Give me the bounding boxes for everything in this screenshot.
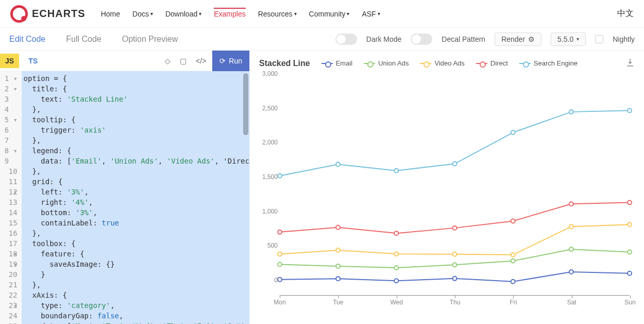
- data-point[interactable]: [453, 252, 457, 256]
- data-point[interactable]: [453, 162, 457, 166]
- data-point[interactable]: [394, 231, 398, 235]
- subtab-full-code[interactable]: Full Code: [66, 35, 101, 44]
- chart-title: Stacked Line: [259, 59, 310, 68]
- chart-plot: 05001,0001,5002,0002,5003,000MonTueWedTh…: [280, 74, 630, 296]
- legend-swatch-icon: [519, 63, 531, 64]
- nav-item-download[interactable]: Download▾: [165, 10, 201, 18]
- data-point[interactable]: [394, 169, 398, 173]
- version-label: 5.5.0: [557, 35, 573, 43]
- version-select[interactable]: 5.5.0 ▾: [551, 33, 586, 46]
- nav-item-resources[interactable]: Resources▾: [258, 10, 297, 18]
- legend-email[interactable]: Email: [321, 59, 353, 67]
- legend-search-engine[interactable]: Search Engine: [519, 59, 578, 67]
- x-tick: Fri: [510, 299, 517, 306]
- data-point[interactable]: [394, 266, 398, 270]
- data-point[interactable]: [394, 279, 398, 283]
- legend-direct[interactable]: Direct: [476, 59, 508, 67]
- data-point[interactable]: [336, 163, 340, 167]
- nav-item-community[interactable]: Community▾: [309, 10, 350, 18]
- legend-video-ads[interactable]: Video Ads: [420, 59, 464, 67]
- data-point[interactable]: [394, 252, 398, 256]
- run-button[interactable]: ⟳ Run: [212, 51, 249, 71]
- data-point[interactable]: [569, 270, 573, 274]
- y-tick: 1,000: [257, 208, 278, 215]
- data-point[interactable]: [453, 226, 457, 230]
- data-point[interactable]: [336, 248, 340, 252]
- decal-label: Decal Pattern: [442, 35, 485, 43]
- x-tick: Thu: [450, 299, 461, 306]
- editor-panel: JS TS ◇ ▢ </> ⟳ Run 1 ▾2 ▾3 4 5 ▾6 7 8 ▾…: [0, 51, 250, 324]
- y-tick: 2,500: [257, 105, 278, 112]
- data-point[interactable]: [278, 278, 282, 282]
- data-point[interactable]: [278, 252, 282, 256]
- nightly-checkbox[interactable]: [595, 35, 603, 43]
- data-point[interactable]: [453, 277, 457, 281]
- tab-ts[interactable]: TS: [23, 54, 43, 68]
- tab-js[interactable]: JS: [0, 54, 19, 68]
- data-point[interactable]: [511, 280, 515, 284]
- data-point[interactable]: [278, 230, 282, 234]
- download-icon[interactable]: [625, 58, 635, 69]
- data-point[interactable]: [453, 263, 457, 267]
- nav-item-home[interactable]: Home: [101, 10, 120, 18]
- top-nav: ECHARTS HomeDocs▾Download▾ExamplesResour…: [0, 0, 644, 28]
- x-tick: Mon: [274, 299, 285, 306]
- editor-scrollbar[interactable]: [243, 73, 248, 135]
- chevron-down-icon: ▾: [150, 11, 153, 17]
- data-point[interactable]: [336, 264, 340, 268]
- chevron-down-icon: ▾: [347, 11, 349, 17]
- data-point[interactable]: [278, 262, 282, 266]
- data-point[interactable]: [336, 225, 340, 230]
- chevron-down-icon: ▾: [378, 11, 380, 17]
- data-point[interactable]: [569, 224, 573, 229]
- data-point[interactable]: [628, 108, 632, 112]
- y-tick: 2,000: [257, 139, 278, 146]
- play-icon: ⟳: [219, 57, 226, 65]
- y-tick: 0: [257, 277, 278, 284]
- x-tick: Sun: [624, 299, 635, 306]
- chevron-down-icon: ▾: [577, 36, 579, 42]
- data-point[interactable]: [278, 174, 282, 178]
- code-editor[interactable]: 1 ▾2 ▾3 4 5 ▾6 7 8 ▾9 10 11 ▾12 13 14 15…: [0, 71, 249, 324]
- data-point[interactable]: [511, 219, 515, 223]
- data-point[interactable]: [628, 250, 632, 254]
- logo-icon: [10, 5, 28, 23]
- logo[interactable]: ECHARTS: [10, 5, 86, 23]
- nav-item-asf[interactable]: ASF▾: [362, 10, 380, 18]
- data-point[interactable]: [511, 131, 515, 135]
- legend-label: Direct: [490, 59, 508, 67]
- language-switch[interactable]: 中文: [617, 8, 634, 19]
- data-point[interactable]: [628, 201, 632, 205]
- editor-subbar: Edit CodeFull CodeOption Preview Dark Mo…: [0, 28, 644, 51]
- data-point[interactable]: [628, 271, 632, 276]
- codepen-icon[interactable]: ◇: [165, 57, 171, 65]
- data-point[interactable]: [336, 277, 340, 281]
- data-point[interactable]: [569, 110, 573, 114]
- nav-item-docs[interactable]: Docs▾: [132, 10, 153, 18]
- data-point[interactable]: [569, 202, 573, 206]
- code-icon[interactable]: </>: [196, 57, 206, 65]
- data-point[interactable]: [511, 259, 515, 263]
- subtab-edit-code[interactable]: Edit Code: [9, 35, 45, 44]
- subtab-option-preview[interactable]: Option Preview: [122, 35, 178, 44]
- decal-toggle[interactable]: [411, 34, 432, 45]
- data-point[interactable]: [569, 247, 573, 251]
- run-label: Run: [229, 57, 242, 65]
- gear-icon: ⚙: [528, 35, 535, 43]
- render-select[interactable]: Render ⚙: [495, 33, 541, 46]
- chevron-down-icon: ▾: [294, 11, 297, 17]
- data-point[interactable]: [628, 222, 632, 226]
- legend-swatch-icon: [364, 63, 375, 64]
- legend-union-ads[interactable]: Union Ads: [364, 59, 409, 67]
- dark-mode-toggle[interactable]: [335, 34, 357, 45]
- nightly-label: Nightly: [613, 35, 635, 43]
- y-tick: 1,500: [257, 173, 278, 181]
- data-point[interactable]: [511, 253, 515, 257]
- y-tick: 3,000: [257, 70, 278, 77]
- logo-text: ECHARTS: [32, 8, 86, 20]
- chevron-down-icon: ▾: [199, 11, 201, 17]
- codesandbox-icon[interactable]: ▢: [180, 57, 187, 65]
- nav-item-examples[interactable]: Examples: [214, 8, 245, 18]
- legend-label: Union Ads: [378, 59, 409, 67]
- x-tick: Sat: [567, 299, 577, 306]
